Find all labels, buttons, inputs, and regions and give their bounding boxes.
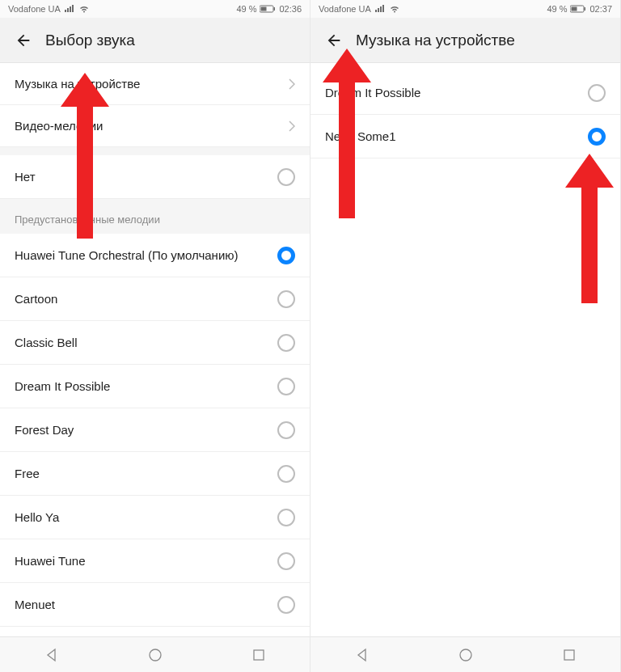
melody-row[interactable]: Huawei Tune [0, 539, 310, 583]
back-button[interactable] [322, 28, 346, 53]
radio-indicator [277, 168, 295, 186]
radio-indicator [277, 378, 295, 395]
nav-home-icon[interactable] [458, 648, 473, 662]
radio-indicator [277, 596, 295, 614]
melody-row[interactable]: Huawei Tune Orchestral (По умолчанию) [0, 234, 310, 277]
svg-rect-9 [564, 650, 574, 660]
signal-icon [374, 5, 386, 13]
battery-icon [570, 5, 586, 13]
nav-home-icon[interactable] [148, 648, 163, 662]
carrier-label: Vodafone UA [8, 4, 61, 14]
melody-row[interactable]: Free [0, 452, 310, 496]
status-right: 49 % 02:36 [236, 4, 302, 14]
melody-row[interactable]: Forest Day [0, 408, 310, 452]
radio-indicator [277, 290, 295, 308]
nav-recent-icon[interactable] [563, 649, 576, 661]
phone-right: Vodafone UA 49 % 02:37 Музыка на устройс… [310, 0, 621, 672]
back-arrow-icon [15, 32, 32, 49]
svg-rect-6 [572, 7, 577, 11]
status-bar: Vodafone UA 49 % 02:37 [310, 0, 620, 18]
battery-pct-label: 49 % [547, 4, 567, 14]
nav-video-melodies[interactable]: Видео-мелодии [0, 105, 310, 147]
radio-label: Huawei Tune Orchestral (По умолчанию) [15, 248, 239, 262]
melody-row[interactable]: Hello Ya [0, 496, 310, 539]
melody-row[interactable]: Classic Bell [0, 321, 310, 365]
track-row[interactable]: Dream It Possible [310, 71, 620, 115]
status-left: Vodafone UA [8, 4, 90, 14]
phone-left: Vodafone UA 49 % 02:36 Выбор звука Музык… [0, 0, 310, 672]
battery-pct-label: 49 % [236, 4, 256, 14]
chevron-right-icon [289, 120, 295, 132]
page-title: Выбор звука [45, 32, 135, 49]
nav-recent-icon[interactable] [252, 649, 265, 661]
track-row[interactable]: Need Some1 [310, 115, 620, 158]
melody-row[interactable]: Cartoon [0, 277, 310, 321]
radio-indicator [588, 84, 606, 102]
nav-back-icon[interactable] [44, 648, 59, 662]
time-label: 02:37 [589, 4, 612, 14]
radio-label: Dream It Possible [325, 86, 420, 99]
radio-label: Нет [15, 170, 36, 184]
radio-label: Menuet [15, 598, 55, 611]
status-bar: Vodafone UA 49 % 02:36 [0, 0, 310, 18]
content-area: Dream It PossibleNeed Some1 [310, 63, 620, 636]
spacer [0, 147, 310, 155]
svg-rect-4 [254, 650, 264, 660]
status-right: 49 % 02:37 [547, 4, 612, 14]
status-left: Vodafone UA [319, 4, 400, 14]
nav-label: Музыка на устройстве [15, 77, 140, 91]
melody-row[interactable]: Menuet [0, 583, 310, 627]
nav-music-on-device[interactable]: Музыка на устройстве [0, 63, 310, 105]
radio-label: Huawei Tune [15, 554, 86, 568]
svg-point-3 [150, 649, 161, 661]
carrier-label: Vodafone UA [319, 4, 371, 14]
melody-row[interactable]: Sax [0, 627, 310, 636]
wifi-icon [389, 5, 400, 13]
android-navbar [310, 636, 620, 672]
radio-indicator [277, 334, 295, 352]
radio-indicator [277, 552, 295, 570]
radio-indicator [277, 247, 295, 264]
radio-indicator [277, 421, 295, 439]
section-title: Предустановленные мелодии [0, 199, 310, 234]
back-arrow-icon [325, 32, 343, 49]
wifi-icon [78, 5, 90, 13]
radio-label: Cartoon [15, 292, 57, 306]
radio-indicator [588, 128, 606, 146]
radio-label: Forest Day [15, 423, 74, 437]
android-navbar [0, 636, 310, 672]
radio-label: Need Some1 [325, 129, 396, 143]
back-button[interactable] [11, 28, 36, 53]
radio-indicator [277, 465, 295, 483]
svg-rect-1 [261, 7, 267, 11]
page-title: Музыка на устройстве [356, 32, 515, 49]
radio-label: Dream It Possible [15, 379, 110, 393]
header: Музыка на устройстве [310, 18, 620, 63]
time-label: 02:36 [279, 4, 302, 14]
signal-icon [64, 5, 75, 13]
battery-icon [260, 5, 276, 13]
nav-back-icon[interactable] [355, 648, 370, 662]
nav-label: Видео-мелодии [15, 119, 103, 133]
radio-indicator [277, 509, 295, 526]
header: Выбор звука [0, 18, 310, 63]
radio-none[interactable]: Нет [0, 155, 310, 199]
content-area: Музыка на устройстве Видео-мелодии Нет П… [0, 63, 310, 636]
radio-label: Hello Ya [15, 510, 59, 524]
svg-rect-7 [585, 7, 586, 11]
svg-rect-2 [274, 7, 276, 11]
radio-label: Classic Bell [15, 336, 78, 349]
chevron-right-icon [289, 78, 295, 90]
svg-point-8 [460, 649, 471, 661]
radio-label: Free [15, 467, 40, 480]
melody-row[interactable]: Dream It Possible [0, 365, 310, 408]
